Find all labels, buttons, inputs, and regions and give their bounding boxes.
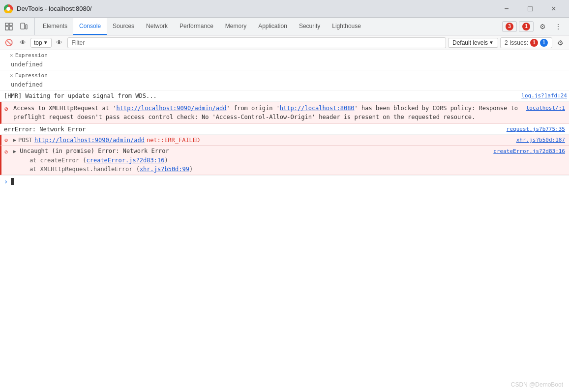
cors-text-2: ' from origin '	[226, 105, 279, 112]
expression-entry-2: × Expression undefined	[0, 70, 569, 90]
tab-sources[interactable]: Sources	[107, 18, 140, 35]
uncaught-header-text: ▶ Uncaught (in promise) Error: Network E…	[13, 147, 169, 156]
expression-label-1: Expression	[15, 51, 48, 60]
svg-rect-3	[9, 23, 12, 26]
stack-line-1: at createError (createError.js?2d83:16)	[15, 156, 565, 165]
cors-url-2[interactable]: http://localhost:8080	[280, 105, 355, 112]
error-count: 3	[506, 23, 513, 30]
tab-security[interactable]: Security	[293, 18, 326, 35]
more-tools-button[interactable]: ⋮	[551, 20, 565, 33]
eye-button[interactable]: 👁	[17, 37, 29, 49]
minimize-button[interactable]: −	[495, 0, 518, 18]
cors-text-1: Access to XMLHttpRequest at '	[13, 105, 117, 112]
svg-rect-6	[21, 23, 25, 29]
expression-value-1: undefined	[10, 60, 567, 69]
hmr-log-entry: [HMR] Waiting for update signal from WDS…	[0, 90, 569, 102]
issues-error-badge: 1	[530, 39, 538, 47]
xhr-link[interactable]: xhr.js?b50d:99	[140, 166, 189, 173]
tab-bar: Elements Console Sources Network Perform…	[0, 18, 569, 35]
close-expression-2[interactable]: ×	[10, 71, 13, 80]
console-toolbar: 🚫 👁 top ▼ 👁 Default levels ▼ 2 Issues: 1…	[0, 35, 569, 50]
cors-error-entry: ⊘ Access to XMLHttpRequest at 'http://lo…	[0, 102, 569, 124]
cors-url-1[interactable]: http://localhost:9090/admin/add	[117, 105, 227, 112]
post-url[interactable]: http://localhost:9090/admin/add	[34, 137, 145, 144]
prompt-icon: ›	[4, 178, 8, 185]
tab-performance[interactable]: Performance	[174, 18, 219, 35]
tab-network[interactable]: Network	[140, 18, 174, 35]
tab-bar-right-tools: 3 1 ⚙ ⋮	[498, 18, 569, 35]
default-levels-dropdown[interactable]: Default levels ▼	[448, 38, 498, 48]
post-error-entry: ⊘ ▶ POST http://localhost:9090/admin/add…	[0, 135, 569, 146]
create-error-link[interactable]: createError.js?2d83:16	[87, 157, 165, 164]
watermark: CSDN @DemoBoot	[511, 381, 563, 388]
uncaught-error-entry: ⊘ ▶ Uncaught (in promise) Error: Network…	[0, 146, 569, 175]
console-body: 🚫 👁 top ▼ 👁 Default levels ▼ 2 Issues: 1…	[0, 35, 569, 392]
post-method: POST	[18, 137, 32, 144]
tab-lighthouse[interactable]: Lighthouse	[326, 18, 367, 35]
svg-rect-5	[9, 27, 12, 30]
post-entry-left: ▶ POST http://localhost:9090/admin/add n…	[13, 137, 200, 144]
cors-error-text: Access to XMLHttpRequest at 'http://loca…	[13, 104, 520, 121]
tab-console[interactable]: Console	[73, 18, 107, 35]
eye-icon2[interactable]: 👁	[54, 37, 65, 49]
window-title: DevTools - localhost:8080/	[17, 5, 495, 12]
entry-header-2: × Expression	[10, 71, 567, 80]
console-input-row[interactable]: ›	[0, 175, 569, 187]
hmr-text: [HMR] Waiting for update signal from WDS…	[4, 91, 157, 100]
cors-error-icon: ⊘	[4, 105, 8, 114]
levels-dropdown-arrow: ▼	[489, 40, 494, 45]
cursor-blink	[11, 178, 14, 185]
hmr-filename[interactable]: log.js?1afd:24	[521, 91, 567, 100]
close-expression-1[interactable]: ×	[10, 51, 13, 60]
issues-count-display: 2 Issues: 1 1	[500, 37, 552, 48]
tab-bar-left-tools	[2, 18, 35, 35]
uncaught-error-icon: ⊘	[4, 148, 8, 156]
context-dropdown-arrow: ▼	[43, 40, 48, 45]
filter-input[interactable]	[67, 37, 446, 48]
device-toolbar-button[interactable]	[17, 20, 30, 33]
title-bar: DevTools - localhost:8080/ − □ ×	[0, 0, 569, 18]
tab-elements[interactable]: Elements	[37, 18, 73, 35]
inspect-element-button[interactable]	[2, 20, 16, 33]
stack-line-2: at XMLHttpRequest.handleError (xhr.js?b5…	[15, 165, 565, 174]
devtools-window: DevTools - localhost:8080/ − □ ×	[0, 0, 569, 392]
uncaught-header: ▶ Uncaught (in promise) Error: Network E…	[13, 147, 565, 156]
uncaught-filename[interactable]: createError.js?2d83:16	[493, 147, 565, 156]
clear-console-button[interactable]: 🚫	[3, 37, 15, 49]
maximize-button[interactable]: □	[519, 0, 541, 18]
post-filename[interactable]: xhr.js?b50d:187	[516, 137, 565, 143]
issues-info-badge: 1	[540, 39, 548, 47]
uncaught-stack: at createError (createError.js?2d83:16) …	[13, 156, 565, 174]
err-error-entry: errError: Network Error request.js?b775:…	[0, 124, 569, 135]
svg-rect-7	[26, 25, 27, 29]
warning-badge[interactable]: 1	[519, 21, 534, 32]
err-error-text: errError: Network Error	[4, 126, 86, 133]
err-error-filename[interactable]: request.js?b775:35	[507, 126, 565, 132]
tab-memory[interactable]: Memory	[219, 18, 252, 35]
console-content: × Expression undefined × Expression unde…	[0, 50, 569, 392]
expand-uncaught-icon[interactable]: ▶	[13, 149, 16, 154]
warning-count: 1	[522, 23, 530, 30]
context-selector[interactable]: top ▼	[30, 38, 52, 48]
svg-point-1	[6, 7, 10, 11]
svg-rect-2	[5, 23, 8, 26]
window-controls: − □ ×	[495, 0, 565, 18]
settings-button[interactable]: ⚙	[536, 20, 549, 33]
entry-header-1: × Expression	[10, 51, 567, 60]
post-status: net::ERR_FAILED	[147, 137, 200, 144]
svg-rect-4	[5, 27, 8, 30]
cors-filename[interactable]: localhost/:1	[526, 104, 565, 113]
console-settings-button[interactable]: ⚙	[554, 37, 566, 49]
close-button[interactable]: ×	[542, 0, 565, 18]
tab-application[interactable]: Application	[252, 18, 293, 35]
expression-value-2: undefined	[10, 80, 567, 89]
chrome-icon	[4, 4, 13, 13]
tabs-container: Elements Console Sources Network Perform…	[37, 18, 498, 35]
post-error-icon: ⊘	[4, 137, 8, 144]
expression-label-2: Expression	[15, 71, 48, 80]
expand-post-icon[interactable]: ▶	[13, 137, 16, 143]
expression-entry-1: × Expression undefined	[0, 50, 569, 70]
error-badge[interactable]: 3	[502, 21, 517, 32]
